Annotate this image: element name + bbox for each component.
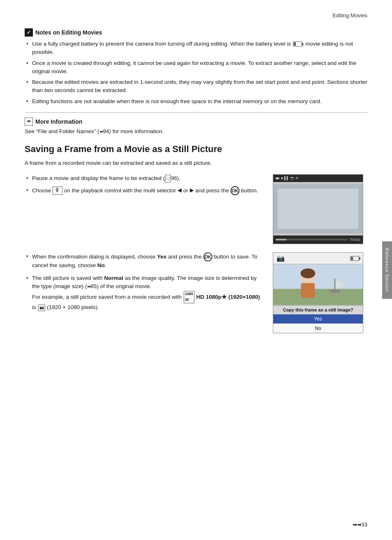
- camera-icon: 📷: [290, 176, 294, 180]
- dialog-prompt: Copy this frame as a still image?: [273, 305, 363, 314]
- svg-rect-1: [278, 189, 358, 229]
- camera-frame-svg: [273, 182, 363, 235]
- dialog-battery: [350, 256, 359, 261]
- page-header: Editing Movies: [25, 12, 367, 20]
- step-2: Choose 🎙 on the playback control with th…: [25, 186, 265, 195]
- note-item-4: Editing functions are not available when…: [25, 97, 367, 106]
- section-heading: Saving a Frame from a Movie as a Still P…: [25, 143, 367, 155]
- dialog-no-btn[interactable]: No: [273, 323, 363, 333]
- ok-button-icon-2: OK: [203, 252, 212, 261]
- time-label: 7m42s: [349, 238, 360, 242]
- settings-icon: ⚙: [295, 176, 298, 180]
- dialog-camera-icon: 📷: [277, 254, 285, 262]
- svg-rect-3: [273, 264, 363, 288]
- page-container: Editing Movies ✓ Notes on Editing Movies…: [0, 0, 392, 540]
- pause-icon: ▌▌: [284, 176, 289, 180]
- pencil-icon: ✏: [25, 118, 33, 126]
- progress-fill: [276, 239, 286, 240]
- yes-label: Yes: [157, 253, 166, 259]
- right-arrow-icon: ▶: [190, 186, 194, 194]
- camera-bottom-bar: 7m42s: [273, 235, 363, 244]
- more-info-title: ✏ More Information: [25, 118, 367, 126]
- check-icon: ✓: [25, 28, 33, 37]
- book-ref-icon: □: [165, 175, 171, 182]
- step-4: The still picture is saved with Normal a…: [25, 274, 265, 312]
- section-intro: A frame from a recorded movie can be ext…: [25, 159, 367, 167]
- battery-icon: [293, 42, 302, 46]
- ref-arrow-icon: ➡: [99, 129, 103, 134]
- steps-section-top: Pause a movie and display the frame to b…: [25, 174, 367, 244]
- steps-list-bottom: When the confirmation dialog is displaye…: [25, 252, 265, 312]
- stop-icon: ■: [281, 176, 283, 180]
- dialog-image-svg: [273, 264, 363, 305]
- more-info-text: See “File and Folder Names” (➡94) for mo…: [25, 128, 367, 134]
- svg-rect-9: [301, 283, 315, 298]
- choose-scene-icon: 🎙: [53, 187, 62, 195]
- notes-list: Use a fully charged battery to prevent t…: [25, 40, 367, 106]
- divider-1: [25, 112, 367, 113]
- normal-label: Normal: [104, 275, 124, 281]
- dialog-screen: 📷: [273, 252, 363, 333]
- progress-bar: 7m42s: [276, 238, 360, 242]
- steps-left-bottom: When the confirmation dialog is displaye…: [25, 252, 265, 333]
- svg-point-10: [300, 268, 315, 278]
- more-info-section: ✏ More Information See “File and Folder …: [25, 118, 367, 134]
- dialog-yes-btn[interactable]: Yes: [273, 314, 363, 323]
- page-number: ➡➡33: [353, 522, 367, 528]
- reference-section-tab: Reference Section: [382, 241, 392, 299]
- hd-label: HD 1080p★ (1920×1080): [196, 294, 260, 300]
- notes-section: ✓ Notes on Editing Movies Use a fully ch…: [25, 28, 367, 106]
- hd-badge: 108030: [184, 291, 194, 303]
- note-item-1: Use a fully charged battery to prevent t…: [25, 40, 367, 57]
- camera-image-area: [273, 182, 363, 235]
- note-item-2: Once a movie is created through editing,…: [25, 59, 367, 76]
- svg-rect-4: [273, 289, 363, 305]
- dialog-top-bar: 📷: [273, 253, 363, 264]
- camera-top-bar: ◀▶ ■ ▌▌ 📷 ⚙: [273, 175, 363, 182]
- step-3: When the confirmation dialog is displaye…: [25, 252, 265, 270]
- dialog-battery-icon: [350, 255, 360, 261]
- notes-title: ✓ Notes on Editing Movies: [25, 28, 367, 37]
- progress-track: [276, 239, 348, 240]
- still-badge: 📷: [38, 305, 45, 311]
- steps-list-top: Pause a movie and display the frame to b…: [25, 174, 265, 195]
- steps-section-bottom: When the confirmation dialog is displaye…: [25, 252, 367, 333]
- ref-arrow-2: ➡: [87, 284, 91, 289]
- left-arrow-icon: ◀: [178, 186, 182, 194]
- steps-left: Pause a movie and display the frame to b…: [25, 174, 265, 244]
- page-footer: ➡➡33: [353, 522, 367, 528]
- ok-button-icon: OK: [231, 186, 240, 195]
- camera-screen-area: ◀▶ ■ ▌▌ 📷 ⚙: [273, 174, 367, 244]
- dialog-image-area: [273, 264, 363, 305]
- camera-screen: ◀▶ ■ ▌▌ 📷 ⚙: [273, 174, 363, 244]
- play-icon: ◀▶: [275, 176, 280, 180]
- svg-rect-7: [330, 289, 341, 293]
- no-label: No: [97, 262, 105, 268]
- step-1: Pause a movie and display the frame to b…: [25, 174, 265, 183]
- dialog-buttons: Yes No: [273, 314, 363, 333]
- svg-rect-5: [334, 279, 336, 291]
- note-item-3: Because the edited movies are extracted …: [25, 78, 367, 95]
- page-header-title: Editing Movies: [332, 12, 367, 18]
- dialog-screen-area: 📷: [273, 252, 367, 333]
